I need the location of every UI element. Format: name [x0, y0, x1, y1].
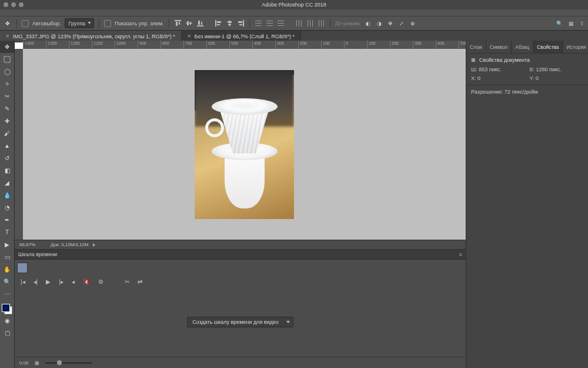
svg-rect-15: [243, 20, 244, 26]
next-frame-icon[interactable]: |▸: [59, 279, 64, 285]
svg-rect-10: [217, 21, 221, 23]
brush-tool-icon[interactable]: 🖌: [0, 127, 14, 140]
timeline-zoom-slider[interactable]: [45, 362, 92, 364]
svg-rect-0: [175, 20, 181, 21]
close-tab-icon[interactable]: ×: [188, 33, 191, 39]
panel-tabs: Слои Символ Абзац Свойства История Канал…: [466, 41, 588, 53]
prev-frame-icon[interactable]: ◂|: [34, 279, 38, 285]
shape-tool-icon[interactable]: ▭: [0, 251, 14, 263]
doc-y-value: 0: [536, 75, 539, 81]
color-swatches[interactable]: [2, 304, 12, 314]
timeline-tab[interactable]: Шкала времени: [18, 251, 57, 257]
marquee-tool-icon[interactable]: [0, 53, 14, 65]
svg-rect-36: [4, 57, 10, 62]
svg-rect-31: [310, 20, 310, 26]
panel-menu-icon[interactable]: ≡: [459, 251, 462, 257]
hand-tool-icon[interactable]: ✋: [0, 263, 14, 276]
transition-icon[interactable]: ⇄: [138, 279, 142, 285]
ruler-tick: 800: [161, 41, 183, 49]
canvas[interactable]: [23, 49, 466, 240]
status-menu-icon[interactable]: [93, 243, 95, 247]
ruler-horizontal[interactable]: 1400130012001100100090080070060050040030…: [23, 41, 466, 49]
ruler-tick: 200: [390, 41, 413, 49]
healing-tool-icon[interactable]: ✚: [0, 115, 14, 127]
distribute-top-icon[interactable]: [255, 19, 262, 27]
align-right-icon[interactable]: [237, 19, 245, 27]
mode3d-zoom-icon[interactable]: ⊕: [409, 19, 417, 27]
type-tool-icon[interactable]: T: [0, 226, 14, 238]
goto-last-icon[interactable]: ◂: [72, 279, 75, 285]
create-video-timeline-button[interactable]: Создать шкалу времени для видео: [187, 317, 284, 327]
split-clip-icon[interactable]: ✂: [125, 279, 129, 285]
close-tab-icon[interactable]: ×: [6, 33, 9, 39]
ruler-tick: 300: [413, 41, 436, 49]
goto-first-icon[interactable]: |◂: [21, 279, 25, 285]
distribute-hcenter-icon[interactable]: [306, 19, 314, 27]
tool-palette: ✥ ◯ ✧ ✂ ✎ ✚ 🖌 ▲ ↺ ◧ ◢ 💧 ◔ ✒ T ▶ ▭ ✋ 🔍 ⋯ …: [0, 41, 15, 368]
svg-rect-20: [255, 25, 262, 26]
auto-select-dropdown[interactable]: Группа: [65, 18, 95, 28]
edit-toolbar-icon[interactable]: ⋯: [0, 288, 14, 300]
mode3d-orbit-icon[interactable]: ◐: [365, 19, 372, 27]
show-transform-checkbox[interactable]: [104, 20, 111, 27]
app-title: Adobe Photoshop CC 2018: [0, 2, 588, 8]
menu-bar[interactable]: [0, 9, 588, 16]
share-icon[interactable]: ⇪: [580, 21, 584, 26]
svg-rect-5: [190, 22, 191, 25]
doc-resolution: Разрешение: 72 пикс/дюйм: [471, 89, 538, 95]
zoom-tool-icon[interactable]: 🔍: [0, 276, 14, 288]
align-left-icon[interactable]: [215, 19, 222, 27]
show-transform-label: Показать упр. элем.: [115, 21, 163, 26]
gradient-tool-icon[interactable]: ◢: [0, 177, 14, 189]
panel-tab-properties[interactable]: Свойства: [533, 41, 563, 53]
crop-tool-icon[interactable]: ✂: [0, 90, 14, 102]
svg-rect-14: [228, 24, 231, 25]
align-top-icon[interactable]: [174, 19, 182, 27]
zoom-value[interactable]: 66,67%: [19, 242, 35, 247]
mode3d-slide-icon[interactable]: ⤢: [398, 19, 406, 27]
ruler-tick: 0: [344, 41, 367, 49]
path-select-tool-icon[interactable]: ▶: [0, 238, 14, 251]
svg-rect-32: [312, 20, 313, 26]
align-hcenter-icon[interactable]: [226, 19, 233, 27]
distribute-vcenter-icon[interactable]: [266, 19, 273, 27]
move-tool-icon[interactable]: ✥: [4, 19, 12, 28]
stamp-tool-icon[interactable]: ▲: [0, 140, 14, 152]
frame-thumbnail[interactable]: [17, 263, 28, 273]
screenmode-icon[interactable]: ▢: [0, 327, 14, 339]
pen-tool-icon[interactable]: ✒: [0, 214, 14, 226]
distribute-bottom-icon[interactable]: [277, 19, 285, 27]
play-icon[interactable]: ▶: [46, 279, 51, 285]
audio-mute-icon[interactable]: 🔇: [83, 279, 90, 285]
dodge-tool-icon[interactable]: ◔: [0, 201, 14, 214]
lasso-tool-icon[interactable]: ◯: [0, 65, 14, 78]
history-brush-tool-icon[interactable]: ↺: [0, 152, 14, 164]
magic-wand-tool-icon[interactable]: ✧: [0, 78, 14, 90]
svg-rect-28: [299, 20, 299, 26]
timeline-settings-icon[interactable]: ⚙: [98, 279, 103, 285]
quickmask-icon[interactable]: ◉: [0, 314, 14, 327]
panel-tab-history[interactable]: История: [563, 41, 588, 53]
align-vcenter-icon[interactable]: [185, 19, 193, 27]
timeline-convert-icon[interactable]: ▦: [35, 360, 39, 366]
panel-tab-character[interactable]: Символ: [486, 41, 512, 53]
arrange-docs-icon[interactable]: ▦: [569, 21, 574, 26]
search-icon[interactable]: 🔍: [556, 21, 563, 26]
create-timeline-dropdown[interactable]: [283, 317, 293, 327]
ruler-vertical[interactable]: [15, 49, 24, 240]
blur-tool-icon[interactable]: 💧: [0, 189, 14, 201]
distribute-right-icon[interactable]: [318, 19, 325, 27]
move-tool-icon[interactable]: ✥: [0, 41, 14, 53]
mode3d-pan-icon[interactable]: ✥: [387, 19, 395, 27]
panel-tab-paragraph[interactable]: Абзац: [512, 41, 533, 53]
distribute-left-icon[interactable]: [295, 19, 303, 27]
mode3d-roll-icon[interactable]: ◑: [376, 19, 383, 27]
ruler-tick: 200: [298, 41, 321, 49]
eraser-tool-icon[interactable]: ◧: [0, 164, 14, 177]
align-bottom-icon[interactable]: [196, 19, 204, 27]
eyedropper-tool-icon[interactable]: ✎: [0, 102, 14, 115]
doc-height-value: 1280 пикс.: [536, 67, 562, 72]
panel-tab-layers[interactable]: Слои: [466, 41, 486, 53]
auto-select-checkbox[interactable]: [22, 20, 29, 27]
ruler-tick: 1000: [115, 41, 138, 49]
